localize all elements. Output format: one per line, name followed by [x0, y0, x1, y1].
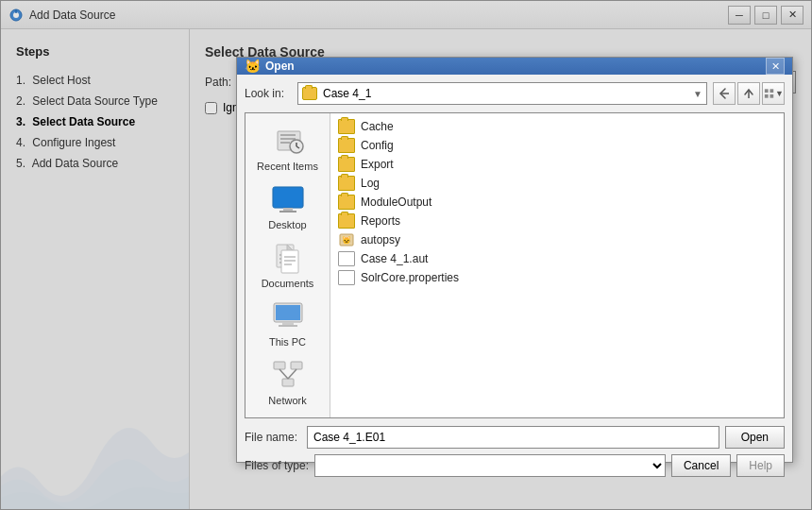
up-icon: [742, 87, 755, 100]
chevron-down-icon: ▼: [693, 89, 702, 99]
list-item[interactable]: Export: [334, 155, 780, 174]
documents-icon: [269, 242, 307, 276]
sidebar-item-recent[interactable]: Recent Items: [250, 121, 326, 176]
folder-icon: [338, 119, 355, 134]
file-name: Reports: [361, 214, 400, 228]
folder-icon: [338, 195, 355, 210]
view-icon: [763, 87, 775, 100]
documents-label: Documents: [262, 278, 314, 289]
folder-icon: [338, 157, 355, 172]
lookin-label: Look in:: [245, 87, 292, 100]
svg-rect-9: [280, 134, 296, 136]
folder-icon: [302, 87, 317, 100]
file-name: Case 4_1.aut: [361, 252, 428, 265]
thispc-label: This PC: [269, 336, 306, 348]
dialog-body: Look in: Case 4_1 ▼: [237, 75, 792, 484]
svg-rect-11: [280, 142, 290, 144]
svg-rect-15: [273, 187, 303, 208]
recent-items-icon: [269, 125, 307, 159]
view-button[interactable]: ▼: [762, 82, 785, 105]
svg-rect-30: [279, 325, 297, 327]
list-item[interactable]: Case 4_1.aut: [334, 249, 780, 268]
file-icon: [338, 270, 355, 285]
dialog-overlay: 🐱 Open ✕ Look in: Case 4_1 ▼: [0, 0, 812, 510]
svg-rect-28: [276, 305, 300, 320]
list-item[interactable]: ModuleOutput: [334, 193, 780, 212]
open-dialog: 🐱 Open ✕ Look in: Case 4_1 ▼: [236, 57, 793, 463]
dialog-close-button[interactable]: ✕: [766, 58, 785, 75]
filename-input[interactable]: [307, 426, 719, 449]
dialog-toolbar: ▼: [713, 82, 785, 105]
dialog-icon: 🐱: [245, 59, 260, 74]
svg-rect-6: [765, 94, 769, 98]
network-label: Network: [268, 395, 306, 406]
list-item[interactable]: 🐱 autopsy: [334, 230, 780, 249]
back-button[interactable]: [713, 82, 736, 105]
filetype-select[interactable]: [314, 454, 666, 477]
app-icon: 🐱: [338, 232, 355, 247]
lookin-dropdown[interactable]: Case 4_1 ▼: [297, 82, 707, 105]
file-name: Config: [361, 139, 394, 152]
sidebar-item-documents[interactable]: Documents: [250, 238, 326, 293]
filename-label: File name:: [245, 431, 301, 444]
desktop-icon: [269, 183, 307, 217]
svg-rect-33: [282, 379, 294, 386]
svg-rect-10: [280, 138, 296, 140]
file-area: Recent Items Desktop: [245, 112, 785, 418]
svg-rect-7: [770, 94, 773, 98]
folder-icon: [338, 138, 355, 153]
sidebar-item-desktop[interactable]: Desktop: [250, 179, 326, 234]
svg-rect-32: [291, 362, 302, 369]
svg-rect-5: [770, 89, 773, 93]
sidebar-item-thispc[interactable]: This PC: [250, 297, 326, 351]
file-name: Log: [361, 177, 380, 190]
open-button[interactable]: Open: [725, 426, 785, 449]
list-item[interactable]: Log: [334, 174, 780, 193]
folder-icon: [338, 176, 355, 191]
svg-line-34: [279, 369, 288, 379]
file-name: Export: [361, 158, 394, 171]
file-icon: [338, 251, 355, 266]
file-list: Cache Config Export Log: [330, 113, 784, 417]
file-name: ModuleOutput: [361, 196, 431, 209]
folder-icon: [338, 213, 355, 229]
svg-rect-26: [284, 264, 292, 265]
list-item[interactable]: Cache: [334, 117, 780, 136]
desktop-label: Desktop: [268, 219, 306, 230]
up-button[interactable]: [737, 82, 760, 105]
dialog-buttons: Open: [725, 426, 785, 449]
svg-rect-31: [274, 362, 285, 369]
filetype-label: Files of type:: [245, 459, 309, 472]
svg-rect-4: [765, 89, 769, 93]
dialog-sidebar: Recent Items Desktop: [245, 113, 330, 417]
dialog-titlebar: 🐱 Open ✕: [237, 58, 792, 75]
file-name: autopsy: [361, 233, 400, 246]
svg-rect-24: [284, 256, 296, 258]
list-item[interactable]: Config: [334, 136, 780, 155]
back-icon: [718, 87, 731, 100]
recent-items-label: Recent Items: [257, 161, 318, 172]
svg-rect-18: [279, 211, 296, 212]
help-button[interactable]: Help: [736, 454, 785, 477]
list-item[interactable]: SolrCore.properties: [334, 268, 780, 287]
file-name: SolrCore.properties: [361, 271, 459, 284]
lookin-value: Case 4_1: [323, 87, 371, 100]
sidebar-item-network[interactable]: Network: [250, 355, 326, 410]
file-name: Cache: [361, 120, 394, 133]
svg-line-35: [288, 369, 296, 379]
dialog-title: Open: [265, 60, 766, 73]
filename-row: File name: Open: [245, 426, 785, 449]
filetype-row: Files of type: Cancel Help: [245, 454, 785, 477]
list-item[interactable]: Reports: [334, 212, 780, 230]
svg-rect-25: [284, 260, 296, 262]
computer-icon: [269, 300, 307, 334]
network-icon: [269, 359, 307, 393]
svg-text:🐱: 🐱: [342, 235, 351, 245]
cancel-button[interactable]: Cancel: [671, 454, 731, 477]
lookin-row: Look in: Case 4_1 ▼: [245, 82, 785, 105]
